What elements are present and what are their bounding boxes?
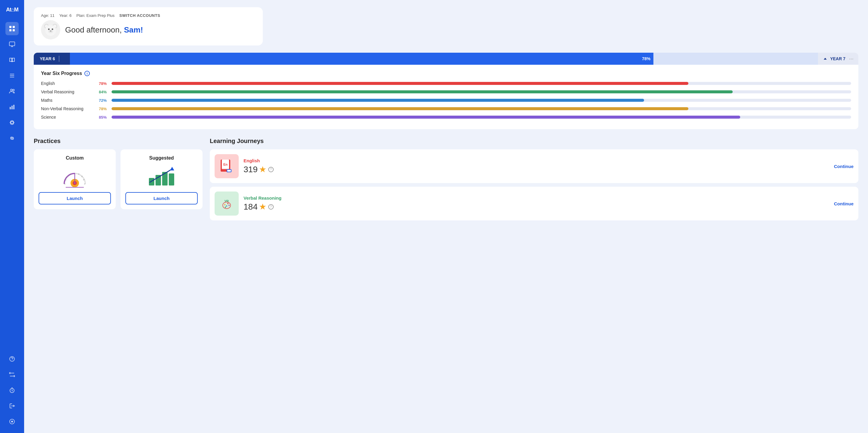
progress-section: YEAR 6 78% YEAR 7 ··· Year Six Progress …	[34, 53, 858, 129]
header-card: Age: 11 Year: 6 Plan: Exam Prep Plus SWI…	[34, 7, 263, 45]
question-icon[interactable]: ?	[268, 167, 274, 172]
star-count: 184	[244, 202, 258, 212]
subject-bar-track	[112, 99, 851, 102]
suggested-card-title: Suggested	[149, 155, 174, 161]
subject-rows: English 78% Verbal Reasoning 84% Maths 7…	[41, 81, 851, 120]
journey-subject: Verbal Reasoning	[244, 195, 829, 201]
journey-card: VR Verbal Reasoning 184 ★ ? Continue	[210, 187, 858, 221]
bottom-section: Practices Custom	[34, 138, 858, 224]
svg-point-57	[228, 205, 230, 206]
help-circle-icon[interactable]	[5, 352, 19, 366]
greeting-message: Good afternoon, Sam!	[65, 25, 143, 34]
subject-bar-track	[112, 90, 851, 93]
svg-line-33	[79, 173, 79, 175]
logout-icon[interactable]	[5, 399, 19, 412]
custom-card-title: Custom	[66, 155, 84, 161]
subject-name: Verbal Reasoning	[41, 90, 89, 94]
main-content: Age: 11 Year: 6 Plan: Exam Prep Plus SWI…	[24, 0, 868, 433]
star-count: 319	[244, 165, 258, 174]
suggested-launch-button[interactable]: Launch	[125, 192, 198, 204]
svg-point-24	[48, 29, 50, 30]
logo: At⌂M	[5, 5, 19, 15]
users-icon[interactable]	[5, 85, 19, 98]
journeys-title: Learning Journeys	[210, 138, 858, 144]
journeys-section: Learning Journeys En English 319 ★ ? Con…	[210, 138, 858, 224]
svg-point-9	[10, 89, 12, 91]
suggested-illustration	[147, 164, 177, 189]
svg-rect-1	[9, 26, 11, 28]
svg-rect-5	[9, 42, 15, 46]
svg-point-54	[224, 204, 225, 205]
subject-row: Non-Verbal Reasoning 78%	[41, 106, 851, 111]
suggested-practice-card: Suggested	[121, 149, 203, 209]
journey-thumbnail: En	[215, 154, 239, 178]
arrows-icon[interactable]	[5, 368, 19, 381]
subject-bar-fill	[112, 82, 688, 85]
next-year-label: YEAR 7	[830, 56, 845, 61]
progress-content: Year Six Progress i English 78% Verbal R…	[34, 65, 858, 129]
subject-row: Verbal Reasoning 84%	[41, 90, 851, 94]
continue-button[interactable]: Continue	[834, 201, 854, 206]
greeting-row: Good afternoon, Sam!	[41, 20, 255, 39]
year-tab-label: YEAR 6	[40, 56, 55, 61]
star-icon: ★	[259, 202, 267, 212]
practices-title: Practices	[34, 138, 203, 144]
timer-icon[interactable]	[5, 384, 19, 397]
monitor-icon[interactable]	[5, 38, 19, 51]
journey-card: En English 319 ★ ? Continue	[210, 149, 858, 183]
svg-point-27	[50, 30, 52, 32]
svg-point-17	[11, 421, 13, 422]
greeting-text: Good afternoon, Sam!	[65, 25, 143, 35]
subject-bar-fill	[112, 99, 644, 102]
subject-name: English	[41, 81, 89, 86]
sidebar: At⌂M	[0, 0, 24, 433]
practices-section: Practices Custom	[34, 138, 203, 224]
subject-name: Non-Verbal Reasoning	[41, 106, 89, 111]
svg-text:At⌂M: At⌂M	[6, 7, 19, 13]
svg-rect-45	[169, 173, 174, 186]
subject-name: Maths	[41, 98, 89, 103]
subject-percent: 78%	[94, 107, 107, 111]
book-open-icon[interactable]	[5, 53, 19, 67]
practice-cards: Custom	[34, 149, 203, 209]
link-icon[interactable]	[5, 132, 19, 145]
journey-stars: 184 ★ ?	[244, 202, 829, 212]
subject-row: Science 85%	[41, 115, 851, 120]
svg-rect-4	[13, 29, 15, 31]
year-label: Year: 6	[59, 13, 72, 18]
svg-rect-11	[10, 107, 11, 109]
subject-percent: 72%	[94, 98, 107, 103]
compass-icon[interactable]	[5, 415, 19, 428]
user-name: Sam!	[124, 25, 143, 34]
svg-rect-52	[227, 170, 231, 172]
list-icon[interactable]	[5, 69, 19, 82]
svg-marker-46	[170, 167, 174, 170]
subject-row: English 78%	[41, 81, 851, 86]
journey-subject: English	[244, 158, 829, 163]
subject-bar-fill	[112, 90, 733, 93]
svg-point-40	[74, 182, 76, 184]
svg-point-56	[226, 205, 227, 206]
subject-row: Maths 72%	[41, 98, 851, 103]
chevron-up-icon	[823, 56, 828, 61]
avatar	[41, 20, 60, 39]
svg-text:En: En	[223, 163, 227, 166]
settings-icon[interactable]	[5, 116, 19, 129]
age-label: Age: 11	[41, 13, 55, 18]
question-icon[interactable]: ?	[268, 204, 274, 209]
bar-chart-icon[interactable]	[5, 100, 19, 113]
svg-point-25	[52, 29, 53, 30]
subject-bar-fill	[112, 107, 688, 110]
svg-point-55	[227, 203, 228, 204]
star-icon: ★	[259, 164, 267, 174]
subject-percent: 85%	[94, 115, 107, 120]
grid-icon[interactable]	[5, 22, 19, 35]
svg-point-10	[13, 90, 14, 91]
continue-button[interactable]: Continue	[834, 164, 854, 169]
switch-accounts-button[interactable]: SWITCH ACCOUNTS	[119, 13, 160, 18]
custom-launch-button[interactable]: Launch	[38, 192, 111, 204]
svg-line-31	[70, 173, 71, 175]
journey-stars: 319 ★ ?	[244, 164, 829, 174]
progress-info-icon[interactable]: i	[84, 71, 90, 76]
subject-percent: 84%	[94, 90, 107, 94]
